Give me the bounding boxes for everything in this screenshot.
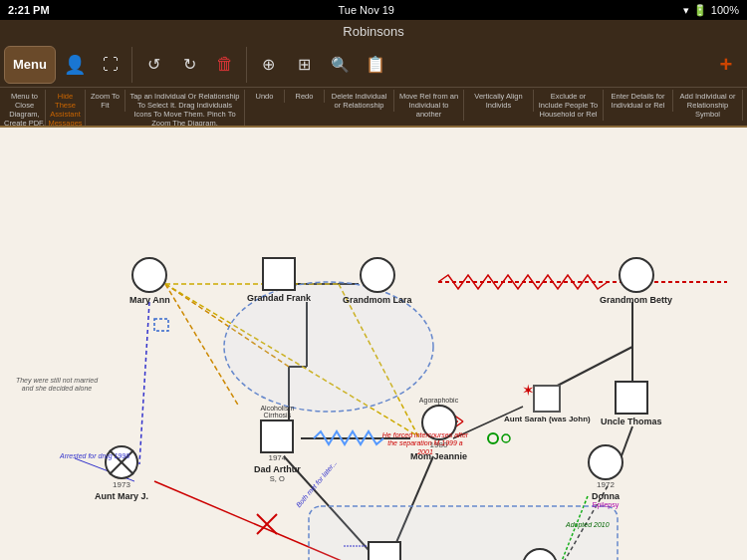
grandmom-lara-name: Grandmom Lara [343,295,412,305]
dad-so-note: S, O [270,474,285,483]
person-aunt-sarah[interactable]: Aunt Sarah (was John) [504,385,591,423]
person-donna[interactable]: 1972 Donna Epilepsy [588,444,623,508]
app-title: Robinsons [343,24,403,39]
svg-line-31 [257,514,277,534]
aunt-mary-j-year: 1973 [113,480,130,489]
note-both-met: Both met for later... [295,459,340,510]
tooltip-hide: Hide These Assistant Messages [46,90,86,128]
svg-line-11 [139,302,149,464]
grandad-frank-shape [262,257,296,291]
battery-icon: 🔋 [693,4,707,17]
svg-point-37 [106,446,137,478]
diagram[interactable]: ✶ Mary Ann Grandad Frank Grandmom Lara G… [0,128,747,560]
tooltip-add: Add Individual or Relationship Symbol [673,90,743,121]
person-uncle-thomas[interactable]: Uncle Thomas [601,381,662,426]
tooltip-bar: Menu to Close Diagram, Create PDF, Set P… [0,88,747,128]
wifi-icon: ▾ [683,4,689,17]
person-grandad-frank[interactable]: Grandad Frank [247,257,311,303]
grandmom-betty-name: Grandmom Betty [600,295,672,305]
add-button[interactable]: + [709,46,743,84]
note-forced: He forced intercourses after the separat… [381,431,469,456]
barbra-shape [522,548,558,560]
note-arrested: Arrested for drug 1998 [60,452,129,460]
uncle-thomas-name: Uncle Thomas [601,417,662,426]
tooltip-exclude: Exclude or Include People To Household o… [534,90,604,121]
move-rel-button[interactable]: ⊕ [251,46,285,84]
dad-arthur-year: 1974 [268,453,286,462]
align-button[interactable]: ⊞ [287,46,321,84]
separator-2 [246,47,247,83]
tooltip-move: Move Rel from an Individual to another [394,90,464,121]
tooltip-delete: Delete Individual or Relationship [325,90,394,112]
avatar-icon: 👤 [58,46,92,84]
grandmom-betty-shape [619,257,654,293]
menu-button[interactable]: Menu [4,46,56,84]
note-adopted: Adopted 2010 [566,521,610,529]
zoom-fit-icon[interactable]: ⛶ [94,46,127,84]
person-robin[interactable]: 2000 Robin Light autism sympt. Rejected … [347,541,421,560]
redo-button[interactable]: ↻ [172,46,206,84]
toolbar: Menu 👤 ⛶ ↺ ↻ 🗑 ⊕ ⊞ 🔍 📋 + [0,42,747,88]
person-barbra[interactable]: 2009 Barbra [522,548,558,560]
mary-ann-name: Mary Ann [129,295,170,305]
note-not-married: They were still not married and she deci… [12,377,102,394]
tooltip-zoom: Zoom To Fit [86,90,125,112]
donna-name: Donna [592,491,620,501]
svg-line-8 [339,284,418,436]
svg-line-5 [165,284,239,407]
dad-arthur-name: Dad Arthur [254,464,301,474]
tooltip-undo: Undo [245,90,285,103]
aunt-mary-j-name: Aunt Mary J. [95,491,148,501]
tooltip-tap: Tap an Individual Or Relationship To Sel… [125,90,245,128]
aunt-sarah-shape [533,385,561,413]
menu-label: Menu [13,57,47,72]
svg-point-34 [502,434,510,442]
dad-alcoholism-note: AlcoholismCirrhosis [260,405,294,419]
status-bar: 2:21 PM Tue Nov 19 ▾ 🔋 100% [0,0,747,20]
aunt-mary-j-shape [104,444,139,480]
svg-line-32 [257,514,277,534]
person-mary-ann[interactable]: Mary Ann [129,257,170,305]
robin-shape [368,541,401,560]
svg-point-33 [488,433,498,443]
person-grandmom-lara[interactable]: Grandmom Lara [343,257,412,305]
details-button[interactable]: 📋 [359,46,392,84]
status-day: Tue Nov 19 [338,4,393,16]
svg-rect-10 [154,319,168,331]
exclude-button[interactable]: 🔍 [323,46,357,84]
mom-agoraphobic-note: Agoraphobic [419,397,458,404]
donna-year: 1972 [597,480,615,489]
grandmom-lara-shape [360,257,395,293]
tooltip-redo: Redo [285,90,325,103]
tooltip-align: Vertically Align Individs [464,90,534,112]
donna-epilepsy-note: Epilepsy [593,501,619,508]
battery-level: 100% [711,4,739,16]
uncle-thomas-shape [615,381,648,415]
undo-button[interactable]: ↺ [136,46,170,84]
title-bar: Robinsons [0,20,747,42]
separator-1 [131,47,132,83]
dad-arthur-shape [260,420,294,453]
aunt-sarah-name: Aunt Sarah (was John) [504,415,591,423]
tooltip-menu: Menu to Close Diagram, Create PDF, Set P… [4,90,46,128]
person-dad-arthur[interactable]: AlcoholismCirrhosis 1974 Dad Arthur S, O [254,405,301,483]
delete-button[interactable]: 🗑 [208,46,242,84]
grandad-frank-name: Grandad Frank [247,293,311,303]
donna-shape [588,444,623,480]
status-right: ▾ 🔋 100% [683,4,739,17]
tooltip-details: Enter Details for Individual or Rel [604,90,673,112]
person-grandmom-betty[interactable]: Grandmom Betty [600,257,672,305]
mary-ann-shape [131,257,167,293]
status-time: 2:21 PM [8,4,50,16]
